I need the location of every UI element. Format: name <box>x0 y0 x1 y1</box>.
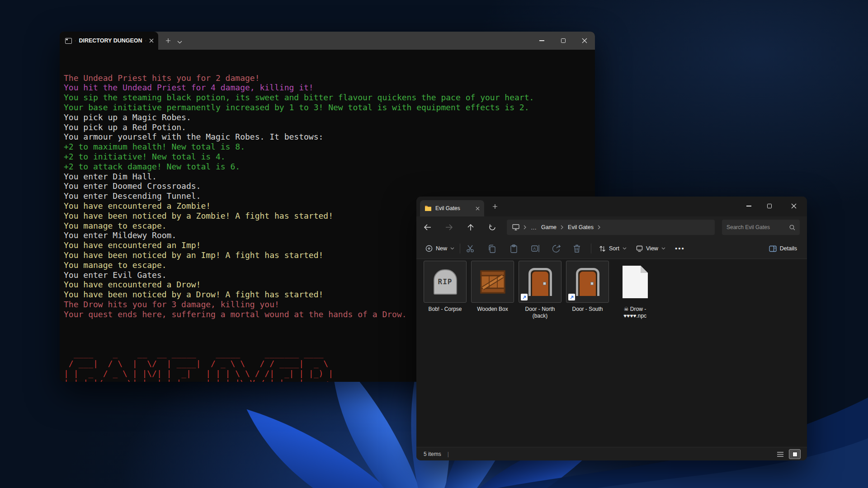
explorer-tab-title: Evil Gates <box>435 205 460 211</box>
flame-icon <box>75 38 75 44</box>
new-tab-button[interactable] <box>164 36 173 45</box>
back-button[interactable] <box>421 221 434 234</box>
minimize-button[interactable] <box>531 32 552 50</box>
chevron-down-icon <box>450 247 454 250</box>
terminal-line: You enter Dim Hall. <box>64 172 595 182</box>
file-name-label: Door - South <box>572 306 603 313</box>
file-item[interactable]: Door - South <box>566 261 609 319</box>
file-name-label: ☠ Drow - ♥♥♥♥.npc <box>613 306 657 319</box>
tab-dropdown-button[interactable] <box>177 38 182 46</box>
files-grid: RIPBob! - Corpse Wooden Box Door - North… <box>423 261 657 319</box>
search-box[interactable]: Search Evil Gates <box>722 220 800 235</box>
cmd-profile-icon <box>65 38 72 44</box>
file-thumbnail <box>519 261 561 303</box>
crate-icon <box>480 270 505 294</box>
minimize-button[interactable] <box>738 197 759 216</box>
terminal-line: +2 to attack damage! New total is 6. <box>64 162 595 172</box>
up-button[interactable] <box>464 221 477 234</box>
tab-close-icon[interactable] <box>149 38 154 43</box>
new-button[interactable]: New <box>422 241 458 256</box>
items-count: 5 items <box>424 451 441 457</box>
explorer-tab-bar: Evil Gates <box>416 197 807 216</box>
sort-label: Sort <box>609 245 619 252</box>
copy-button[interactable] <box>484 241 500 256</box>
file-name-label: Bob! - Corpse <box>428 306 462 313</box>
terminal-line: You pick up a Red Potion. <box>64 122 595 132</box>
close-button[interactable] <box>574 32 595 50</box>
delete-button[interactable] <box>569 241 585 256</box>
rename-button[interactable]: A <box>527 241 543 256</box>
shortcut-overlay-icon <box>521 294 528 300</box>
file-thumbnail <box>613 261 656 303</box>
file-name-label: Wooden Box <box>477 306 508 313</box>
toolbar-separator <box>460 244 460 253</box>
toolbar-separator <box>591 244 591 253</box>
view-layout-icon <box>636 245 643 252</box>
file-item[interactable]: Door - North (back) <box>518 261 562 319</box>
folder-icon <box>425 205 432 211</box>
view-button[interactable]: View <box>632 241 669 256</box>
details-label: Details <box>780 245 797 252</box>
shortcut-overlay-icon <box>568 294 575 300</box>
details-pane-icon <box>769 245 777 252</box>
cut-button[interactable] <box>462 241 478 256</box>
refresh-button[interactable] <box>486 221 499 234</box>
minimize-icon <box>746 206 751 206</box>
close-button[interactable] <box>781 197 807 216</box>
more-options-button[interactable]: ••• <box>672 241 688 256</box>
file-thumbnail: RIP <box>424 261 467 303</box>
forward-button[interactable] <box>443 221 455 234</box>
sort-button[interactable]: Sort <box>595 241 630 256</box>
close-icon <box>791 203 797 209</box>
explorer-navigation-bar: … Game Evil Gates Search Evil Gates <box>416 216 807 238</box>
terminal-tab-title: DIRECTORY DUNGEON <box>79 38 142 44</box>
sort-icon <box>599 245 606 252</box>
terminal-line: You hit the Undead Priest for 4 damage, … <box>64 83 595 93</box>
terminal-tab-directory-dungeon[interactable]: DIRECTORY DUNGEON <box>60 32 158 50</box>
breadcrumb-overflow[interactable]: … <box>531 224 537 231</box>
explorer-toolbar: New <box>416 238 807 259</box>
desktop: DIRECTORY DUNGEON The Und <box>0 0 868 488</box>
maximize-icon <box>767 204 772 208</box>
tombstone-icon: RIP <box>434 269 457 295</box>
explorer-tab-evil-gates[interactable]: Evil Gates <box>420 200 484 216</box>
document-icon <box>622 265 648 299</box>
paste-button[interactable] <box>505 241 522 256</box>
search-placeholder: Search Evil Gates <box>726 224 789 230</box>
share-button[interactable] <box>548 241 564 256</box>
details-view-toggle[interactable] <box>775 450 785 459</box>
large-icons-view-toggle[interactable] <box>789 449 801 459</box>
large-icons-view-icon <box>793 452 797 457</box>
breadcrumb-game[interactable]: Game <box>541 224 557 230</box>
file-item[interactable]: RIPBob! - Corpse <box>423 261 467 319</box>
details-button[interactable]: Details <box>765 241 801 256</box>
tab-close-icon[interactable] <box>476 206 480 211</box>
flame-icon <box>146 38 146 44</box>
new-label: New <box>436 245 447 252</box>
maximize-icon <box>561 38 566 43</box>
chevron-down-icon <box>623 247 627 250</box>
terminal-tab-bar: DIRECTORY DUNGEON <box>60 32 595 50</box>
maximize-button[interactable] <box>552 32 574 50</box>
explorer-file-area[interactable]: RIPBob! - Corpse Wooden Box Door - North… <box>416 259 807 447</box>
breadcrumb-evil-gates[interactable]: Evil Gates <box>568 224 594 230</box>
terminal-line: The Undead Priest hits you for 2 damage! <box>64 73 595 83</box>
file-item[interactable]: ☠ Drow - ♥♥♥♥.npc <box>613 261 657 319</box>
plus-circle-icon <box>425 245 433 252</box>
search-icon <box>789 225 795 230</box>
file-item[interactable]: Wooden Box <box>471 261 514 319</box>
terminal-line: You enter Doomed Crossroads. <box>64 181 595 191</box>
ellipsis-icon: ••• <box>675 246 685 251</box>
new-tab-button[interactable] <box>491 202 500 211</box>
view-label: View <box>646 245 658 252</box>
trash-icon <box>573 244 580 253</box>
maximize-button[interactable] <box>759 197 780 216</box>
scissors-icon <box>466 244 475 253</box>
file-explorer-window: Evil Gates <box>416 197 807 460</box>
rename-icon: A <box>531 244 540 253</box>
status-separator: | <box>448 451 449 457</box>
door-icon <box>528 268 552 296</box>
file-thumbnail <box>471 261 514 303</box>
address-bar[interactable]: … Game Evil Gates <box>507 220 715 235</box>
terminal-line: +2 to maximum health! New total is 8. <box>64 142 595 152</box>
